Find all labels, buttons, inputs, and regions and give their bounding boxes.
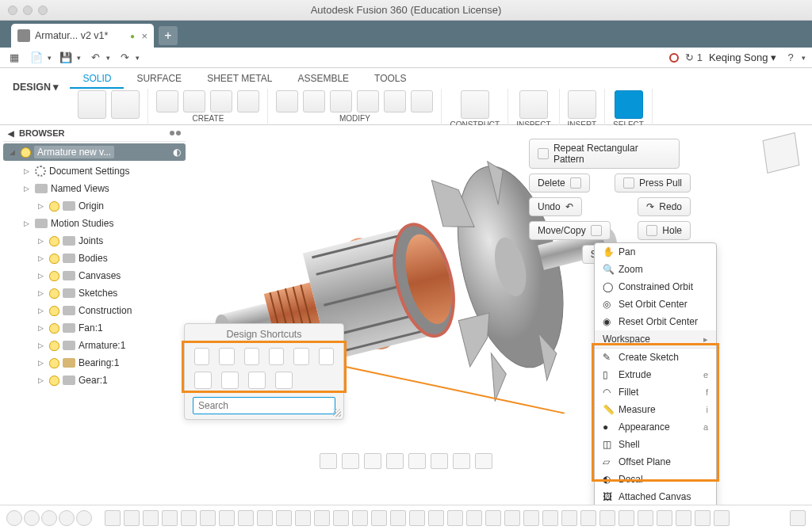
help-icon[interactable]: ? — [783, 50, 799, 66]
tree-bodies[interactable]: ▷Bodies — [3, 250, 186, 267]
menu-offset-plane[interactable]: ▱Offset Plane — [595, 453, 716, 471]
undo-button[interactable]: Undo ↶ — [529, 197, 582, 216]
sc-fillet-icon[interactable] — [244, 348, 259, 365]
tl-feature[interactable] — [504, 510, 520, 526]
tl-feature[interactable] — [714, 510, 730, 526]
tl-feature[interactable] — [200, 510, 216, 526]
menu-measure[interactable]: 📏Measurei — [595, 401, 716, 418]
nav-display-icon[interactable] — [431, 453, 448, 469]
sc-decal-icon[interactable] — [221, 372, 239, 389]
move-icon[interactable] — [411, 90, 433, 112]
undo-icon[interactable]: ↶ — [87, 50, 103, 66]
move-copy-button[interactable]: Move/Copy — [529, 221, 611, 240]
redo-icon[interactable]: ↷ — [117, 50, 132, 66]
tl-feature[interactable] — [580, 510, 596, 526]
tl-feature[interactable] — [333, 510, 349, 526]
close-tab-icon[interactable]: × — [141, 30, 147, 42]
document-tab[interactable]: Armatur... v2 v1* ● × — [11, 24, 154, 48]
menu-create-sketch[interactable]: ✎Create Sketch — [595, 349, 716, 366]
sc-extrude-icon[interactable] — [219, 348, 234, 365]
tl-feature[interactable] — [657, 510, 672, 526]
nav-look-icon[interactable] — [342, 453, 359, 469]
workspace-switcher[interactable]: DESIGN ▾ — [0, 68, 70, 93]
new-sketch-icon[interactable] — [78, 90, 106, 119]
box-icon[interactable] — [111, 90, 140, 119]
browser-header[interactable]: ◀ BROWSER — [3, 125, 186, 142]
tl-feature[interactable] — [561, 510, 577, 526]
presspull-icon[interactable] — [276, 90, 298, 112]
tl-feature[interactable] — [619, 510, 634, 526]
tree-bearing[interactable]: ▷Bearing:1 — [3, 354, 186, 372]
menu-set-orbit-center[interactable]: ◎Set Orbit Center — [595, 296, 716, 313]
tl-feature[interactable] — [238, 510, 254, 526]
tl-feature[interactable] — [276, 510, 292, 526]
tree-named-views[interactable]: ▷Named Views — [3, 180, 186, 197]
notification-icon[interactable]: ↻ 1 — [685, 51, 703, 63]
sweep-icon[interactable] — [210, 90, 232, 112]
tree-sketches[interactable]: ▷Sketches — [3, 284, 186, 302]
menu-appearance[interactable]: ●Appearancea — [595, 418, 716, 436]
menu-zoom[interactable]: 🔍Zoom — [595, 261, 716, 278]
collapse-icon[interactable]: ◀ — [8, 129, 14, 138]
tl-feature[interactable] — [542, 510, 558, 526]
add-tab-button[interactable]: + — [159, 26, 178, 45]
sc-offset-icon[interactable] — [194, 372, 212, 389]
menu-reset-orbit-center[interactable]: ◉Reset Orbit Center — [595, 313, 716, 330]
menu-extrude[interactable]: ▯Extrudee — [595, 366, 716, 383]
press-pull-button[interactable]: Press Pull — [615, 173, 691, 193]
tl-feature[interactable] — [466, 510, 482, 526]
delete-button[interactable]: Delete — [529, 173, 590, 193]
shortcuts-palette[interactable]: Design Shortcuts — [184, 323, 344, 420]
repeat-button[interactable]: Repeat Rectangular Pattern — [529, 139, 680, 169]
tl-feature[interactable] — [105, 510, 121, 526]
sc-canvas-icon[interactable] — [248, 372, 266, 389]
tree-construction[interactable]: ▷Construction — [3, 302, 186, 319]
fillet-icon[interactable] — [303, 90, 325, 112]
select-icon[interactable] — [615, 90, 643, 119]
tl-feature[interactable] — [219, 510, 235, 526]
tl-feature[interactable] — [485, 510, 501, 526]
nav-pan-icon[interactable] — [364, 453, 381, 469]
timeline-back-icon[interactable] — [24, 510, 40, 526]
menu-workspace[interactable]: Workspace▸ — [595, 330, 716, 348]
tl-feature[interactable] — [352, 510, 368, 526]
loft-icon[interactable] — [237, 90, 259, 112]
sc-sketch-icon[interactable] — [194, 348, 209, 365]
tab-surface[interactable]: SURFACE — [124, 70, 194, 89]
tl-feature[interactable] — [162, 510, 178, 526]
nav-orbit-icon[interactable] — [320, 453, 337, 469]
menu-fillet[interactable]: ◠Filletf — [595, 383, 716, 401]
menu-decal[interactable]: ◐Decal — [595, 471, 716, 488]
tab-sheet-metal[interactable]: SHEET METAL — [194, 70, 285, 89]
user-menu[interactable]: Keqing Song ▾ — [709, 51, 776, 63]
save-icon[interactable]: 💾 — [58, 50, 74, 66]
tl-feature[interactable] — [409, 510, 425, 526]
tl-feature[interactable] — [428, 510, 444, 526]
timeline-fwd-icon[interactable] — [59, 510, 75, 526]
timeline-settings-icon[interactable] — [790, 510, 806, 526]
tree-joints[interactable]: ▷Joints — [3, 232, 186, 250]
tl-feature[interactable] — [599, 510, 615, 526]
insert-icon[interactable] — [568, 90, 596, 119]
tree-doc-settings[interactable]: ▷Document Settings — [3, 162, 186, 180]
timeline-start-icon[interactable] — [6, 510, 22, 526]
file-icon[interactable]: 📄 — [29, 50, 44, 66]
tl-feature[interactable] — [638, 510, 653, 526]
nav-viewport-icon[interactable] — [475, 453, 492, 469]
sc-measure-icon[interactable] — [269, 348, 284, 365]
inspect-icon[interactable] — [519, 90, 548, 119]
tree-fan[interactable]: ▷Fan:1 — [3, 319, 186, 337]
tl-feature[interactable] — [676, 510, 691, 526]
combine-icon[interactable] — [357, 90, 379, 112]
view-cube[interactable] — [758, 130, 802, 174]
revolve-icon[interactable] — [183, 90, 205, 112]
hole-button[interactable]: Hole — [638, 221, 691, 240]
shortcuts-search-input[interactable] — [193, 397, 335, 414]
tl-feature[interactable] — [695, 510, 710, 526]
align-icon[interactable] — [384, 90, 406, 112]
timeline-play-icon[interactable] — [41, 510, 57, 526]
tree-canvases[interactable]: ▷Canvases — [3, 267, 186, 284]
record-icon[interactable] — [669, 53, 679, 63]
tab-solid[interactable]: SOLID — [70, 70, 124, 89]
tree-root[interactable]: ◢Armature new v...◐ — [3, 143, 186, 161]
